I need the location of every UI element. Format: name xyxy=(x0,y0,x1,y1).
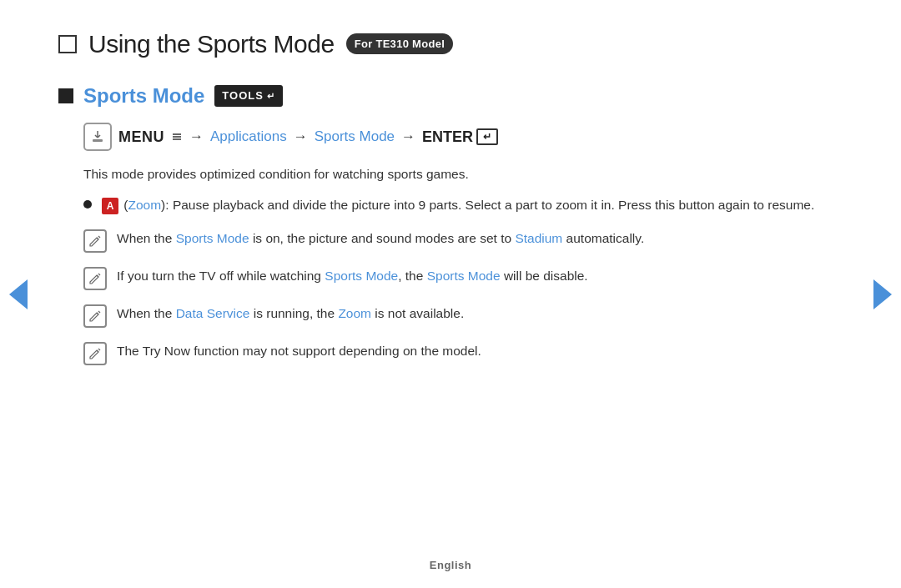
svg-rect-3 xyxy=(173,138,181,140)
note-item-2: If you turn the TV off while watching Sp… xyxy=(83,266,834,290)
note-item-4: The Try Now function may not support dep… xyxy=(83,341,834,365)
note-2-content: If you turn the TV off while watching Sp… xyxy=(117,266,588,286)
note-pencil-icon-2 xyxy=(83,267,107,290)
arrow-1: → xyxy=(189,126,204,148)
footer-language: English xyxy=(430,557,471,574)
main-title-text: Using the Sports Mode xyxy=(88,25,335,63)
menu-touch-icon xyxy=(83,123,112,151)
applications-link: Applications xyxy=(210,126,287,148)
svg-rect-1 xyxy=(173,133,181,135)
note-item-1: When the Sports Mode is on, the picture … xyxy=(83,229,834,253)
section-title-text: Sports Mode xyxy=(83,81,204,111)
bullet-item-zoom: A (Zoom): Pause playback and divide the … xyxy=(83,195,834,215)
note-3-content: When the Data Service is running, the Zo… xyxy=(117,304,464,324)
black-square-icon xyxy=(58,88,73,103)
left-arrow-icon xyxy=(9,279,28,309)
note-4-content: The Try Now function may not support dep… xyxy=(117,341,481,361)
checkbox-icon xyxy=(58,35,77,53)
menu-label: MENU xyxy=(118,126,164,148)
description-text: This mode provides optimized condition f… xyxy=(83,164,834,183)
svg-rect-0 xyxy=(93,139,103,142)
model-badge: For TE310 Model xyxy=(346,33,454,55)
note1-sports-mode-link: Sports Mode xyxy=(176,231,249,245)
note-item-3: When the Data Service is running, the Zo… xyxy=(83,304,834,328)
enter-icon: ↵ xyxy=(476,128,498,145)
tools-badge: TOOLS ↵ xyxy=(214,85,283,107)
arrow-3: → xyxy=(401,126,415,148)
content-section: A (Zoom): Pause playback and divide the … xyxy=(83,195,834,365)
enter-label: ENTER ↵ xyxy=(422,126,498,148)
tools-return-icon: ↵ xyxy=(267,89,275,103)
nav-next-button[interactable] xyxy=(871,278,894,311)
main-title-row: Using the Sports Mode For TE310 Model xyxy=(58,25,834,63)
note2-sports-mode1-link: Sports Mode xyxy=(325,269,398,283)
right-arrow-icon xyxy=(873,279,892,309)
arrow-2: → xyxy=(294,126,308,148)
note2-sports-mode2-link: Sports Mode xyxy=(427,269,501,283)
note3-data-service-link: Data Service xyxy=(176,306,250,320)
sports-mode-link: Sports Mode xyxy=(315,126,395,148)
bullet-dot-icon xyxy=(83,200,92,209)
zoom-link: Zoom xyxy=(128,198,161,212)
menu-path: MENU → Applications → Sports Mode → ENTE… xyxy=(83,123,834,151)
note-pencil-icon-1 xyxy=(83,229,107,253)
nav-prev-button[interactable] xyxy=(7,278,30,311)
note1-stadium-link: Stadium xyxy=(515,231,562,245)
section-title-row: Sports Mode TOOLS ↵ xyxy=(58,81,834,111)
note3-zoom-link: Zoom xyxy=(338,306,371,320)
note-pencil-icon-4 xyxy=(83,342,107,365)
page-container: Using the Sports Mode For TE310 Model Sp… xyxy=(0,0,901,588)
note-1-content: When the Sports Mode is on, the picture … xyxy=(117,229,644,249)
note-pencil-icon-3 xyxy=(83,304,107,328)
svg-rect-2 xyxy=(173,136,181,138)
bullet-zoom-content: A (Zoom): Pause playback and divide the … xyxy=(102,195,814,215)
a-button-icon: A xyxy=(102,198,118,214)
